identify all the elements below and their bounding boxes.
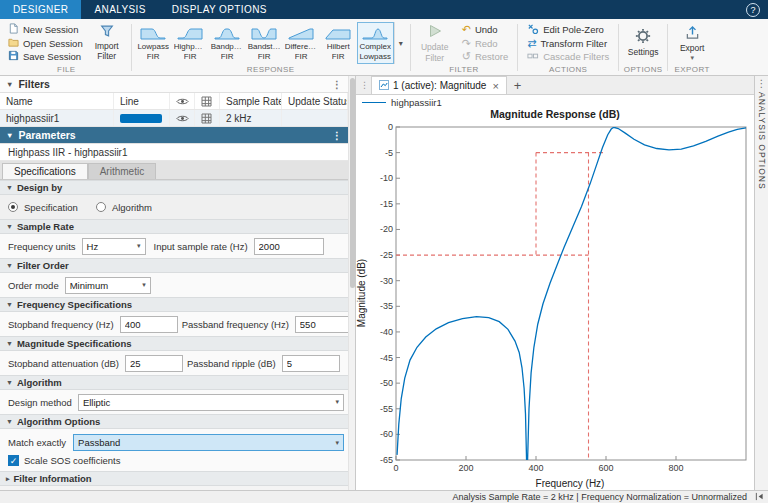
collapse-icon: ▼	[6, 184, 13, 191]
response-section: Lowpass FIR Highpass FIR Bandpass FIR Ba…	[132, 20, 410, 75]
actions-section: Edit Pole-Zero ⇄ Transform Filter Cascad…	[518, 20, 618, 75]
section-algorithm-options[interactable]: ▼ Algorithm Options	[0, 414, 348, 429]
scrollbar-thumb[interactable]	[350, 78, 355, 288]
chart-legend: highpassiir1	[362, 97, 442, 108]
tab-arithmetic[interactable]: Arithmetic	[88, 163, 156, 179]
options-section: Settings OPTIONS	[619, 20, 667, 75]
svg-text:-30: -30	[380, 276, 393, 286]
restore-button[interactable]: ↺ Restore	[459, 50, 511, 63]
left-panel: ▼ Filters ⋮ Name Line Sample Rate Update…	[0, 76, 356, 490]
filters-panel-header[interactable]: ▼ Filters ⋮	[0, 76, 348, 93]
bandpass-fir-button[interactable]: Bandpass FIR	[209, 22, 246, 64]
hilbert-fir-button[interactable]: Hilbert FIR	[320, 22, 357, 64]
column-line: Line	[114, 93, 170, 109]
tab-analysis[interactable]: ANALYSIS	[81, 0, 158, 19]
overflow-menu-icon[interactable]: ⋮	[332, 130, 342, 141]
plot-tabbar: ⋮ 1 (active): Magnitude × +	[356, 76, 754, 95]
import-filter-button[interactable]: Import Filter	[86, 22, 128, 64]
svg-text:0: 0	[388, 122, 393, 132]
dock-icon[interactable]	[755, 492, 764, 503]
magnitude-plot-tab[interactable]: 1 (active): Magnitude ×	[371, 76, 507, 94]
update-filter-button[interactable]: Update Filter	[414, 22, 456, 64]
chevron-down-icon: ▾	[335, 439, 339, 447]
chart-title: Magnitude Response (dB)	[356, 108, 754, 120]
frequency-specifications-body: Stopband frequency (Hz) Passband frequen…	[0, 312, 348, 336]
section-magnitude-specifications[interactable]: ▼ Magnitude Specifications	[0, 336, 348, 351]
cascade-icon	[527, 50, 539, 64]
passband-frequency-field[interactable]	[295, 316, 353, 333]
open-session-button[interactable]: Open Session	[5, 37, 86, 50]
section-algorithm[interactable]: ▼ Algorithm	[0, 375, 348, 390]
chevron-down-icon: ▾	[335, 398, 339, 406]
parameters-panel-header[interactable]: ▼ Parameters ⋮	[0, 127, 348, 144]
bandstop-fir-button[interactable]: Bandstop FIR	[246, 22, 283, 64]
filter-row[interactable]: highpassiir1 2 kHz	[0, 110, 348, 127]
add-tab-button[interactable]: +	[507, 76, 529, 94]
left-panel-filler	[0, 486, 348, 490]
filters-table-header: Name Line Sample Rate Update Status	[0, 93, 348, 110]
tab-grip-icon: ⋮	[358, 76, 371, 94]
transform-icon: ⇄	[527, 38, 536, 49]
x-axis-label: Frequency (Hz)	[386, 478, 754, 489]
visibility-eye-icon[interactable]	[170, 110, 195, 126]
table-grid-icon[interactable]	[195, 110, 220, 126]
overflow-menu-icon: ⋮	[757, 78, 767, 89]
svg-text:-15: -15	[380, 199, 393, 209]
svg-text:200: 200	[458, 463, 473, 473]
section-sample-rate[interactable]: ▼ Sample Rate	[0, 219, 348, 234]
new-session-button[interactable]: New Session	[5, 23, 86, 36]
chart-svg: 02004006008000-5-10-15-20-25-30-35-40-45…	[367, 122, 751, 476]
toolstrip-tabbar: DESIGNER ANALYSIS DISPLAY OPTIONS ?	[0, 0, 768, 19]
plot-panel: ⋮ 1 (active): Magnitude × + highpassiir1…	[356, 76, 754, 490]
close-icon[interactable]: ×	[492, 80, 498, 92]
svg-text:-60: -60	[380, 429, 393, 439]
redo-button[interactable]: ↷ Redo	[459, 37, 511, 50]
section-design-by[interactable]: ▼ Design by	[0, 180, 348, 195]
input-sample-rate-field[interactable]	[254, 238, 324, 255]
order-mode-select[interactable]: Minimum ▾	[65, 277, 151, 294]
tab-specifications[interactable]: Specifications	[2, 163, 88, 179]
frequency-units-select[interactable]: Hz ▾	[82, 238, 146, 255]
collapse-icon: ▼	[6, 223, 13, 230]
stopband-attenuation-field[interactable]	[125, 355, 183, 372]
svg-text:-55: -55	[380, 404, 393, 414]
export-button[interactable]: Export ▾	[671, 22, 713, 64]
edit-pole-zero-button[interactable]: Edit Pole-Zero	[524, 23, 612, 36]
analysis-options-strip[interactable]: ⋮ ANALYSIS OPTIONS	[754, 76, 768, 490]
cascade-filters-button[interactable]: Cascade Filters	[524, 50, 612, 63]
filter-sample-rate: 2 kHz	[220, 110, 282, 126]
undo-button[interactable]: ↶ Undo	[459, 23, 511, 36]
y-axis-label: Magnitude (dB)	[356, 258, 367, 326]
tab-display-options[interactable]: DISPLAY OPTIONS	[159, 0, 280, 19]
section-filter-information[interactable]: ▸ Filter Information	[0, 471, 348, 486]
column-visibility-eye-icon	[170, 93, 195, 109]
highpass-fir-button[interactable]: Highpass FIR	[172, 22, 209, 64]
column-table-grid-icon	[195, 93, 220, 109]
passband-ripple-field[interactable]	[282, 355, 340, 372]
help-icon[interactable]: ?	[746, 3, 760, 17]
line-color-swatch[interactable]	[120, 114, 162, 123]
export-icon	[685, 25, 700, 43]
transform-filter-button[interactable]: ⇄ Transform Filter	[524, 37, 612, 50]
algorithm-radio[interactable]	[96, 202, 106, 212]
left-panel-scrollbar[interactable]	[348, 76, 355, 490]
section-filter-order[interactable]: ▼ Filter Order	[0, 258, 348, 273]
complex-lowpass-button[interactable]: Complex Lowpass	[357, 22, 394, 64]
scale-sos-checkbox[interactable]: ✓	[8, 455, 19, 466]
stopband-frequency-field[interactable]	[120, 316, 178, 333]
lowpass-fir-button[interactable]: Lowpass FIR	[135, 22, 172, 64]
design-method-select[interactable]: Elliptic ▾	[78, 394, 344, 411]
differentiator-fir-button[interactable]: Differentiator FIR	[283, 22, 320, 64]
response-gallery-dropdown[interactable]: ▾	[394, 22, 407, 64]
tab-designer[interactable]: DESIGNER	[0, 0, 81, 19]
overflow-menu-icon[interactable]: ⋮	[332, 79, 342, 90]
match-exactly-select[interactable]: Passband ▾	[73, 434, 344, 451]
save-session-button[interactable]: Save Session	[5, 50, 86, 63]
complex-lowpass-response-icon	[362, 25, 388, 42]
specification-radio[interactable]	[8, 202, 18, 212]
differentiator-response-icon	[288, 25, 314, 42]
filter-order-body: Order mode Minimum ▾	[0, 273, 348, 297]
settings-button[interactable]: Settings	[622, 22, 664, 64]
legend-label: highpassiir1	[391, 97, 442, 108]
section-frequency-specifications[interactable]: ▼ Frequency Specifications	[0, 297, 348, 312]
